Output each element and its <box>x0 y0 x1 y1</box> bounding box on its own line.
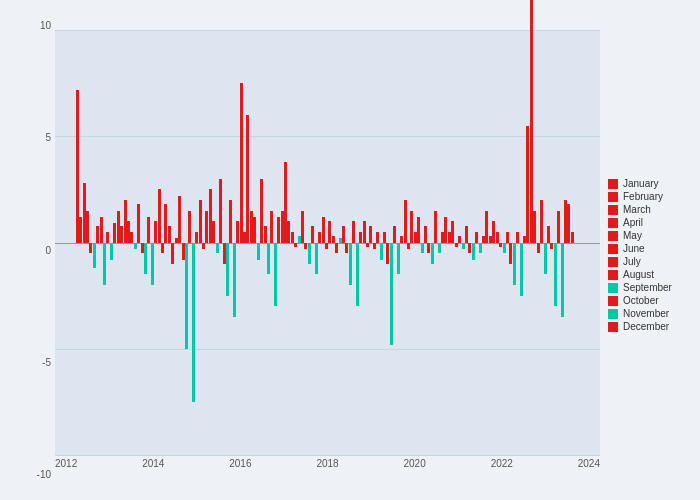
bar <box>397 243 400 275</box>
bar <box>544 243 547 275</box>
legend-color-october <box>608 296 618 306</box>
bar <box>294 243 297 247</box>
bar <box>479 243 482 254</box>
legend-item-august: August <box>608 269 690 280</box>
bar <box>462 243 465 249</box>
bar <box>158 189 161 242</box>
bar <box>390 243 393 345</box>
bar <box>161 243 164 254</box>
bar <box>516 232 519 243</box>
chart-area: 10 5 0 -5 -10 2012 2014 2016 2018 2020 2… <box>20 20 600 480</box>
legend-item-january: January <box>608 178 690 189</box>
y-axis: 10 5 0 -5 -10 <box>20 20 55 480</box>
bar <box>199 200 202 243</box>
legend-label-november: November <box>623 308 669 319</box>
bar <box>506 232 509 243</box>
bar <box>431 243 434 264</box>
bar <box>267 243 270 275</box>
bar <box>366 243 369 247</box>
x-tick-2014: 2014 <box>142 458 164 469</box>
bar <box>216 243 219 254</box>
bar <box>106 232 109 243</box>
bar <box>533 211 536 243</box>
x-tick-2020: 2020 <box>404 458 426 469</box>
gridline-10 <box>55 30 600 31</box>
bar <box>137 204 140 242</box>
legend-color-may <box>608 231 618 241</box>
bar <box>383 232 386 243</box>
bar <box>547 226 550 243</box>
legend-color-december <box>608 322 618 332</box>
bar <box>171 243 174 264</box>
bar <box>363 221 366 242</box>
gridline-5 <box>55 136 600 137</box>
bar <box>540 200 543 243</box>
x-tick-2022: 2022 <box>491 458 513 469</box>
bar <box>554 243 557 307</box>
gridline--5 <box>55 349 600 350</box>
legend-item-march: March <box>608 204 690 215</box>
legend-color-march <box>608 205 618 215</box>
legend-item-july: July <box>608 256 690 267</box>
bar <box>308 243 311 264</box>
legend-item-october: October <box>608 295 690 306</box>
bar <box>257 243 260 260</box>
plot-area <box>55 30 600 455</box>
bar <box>342 226 345 243</box>
legend-color-july <box>608 257 618 267</box>
bar <box>472 243 475 260</box>
y-tick-neg10: -10 <box>37 469 51 480</box>
legend-item-december: December <box>608 321 690 332</box>
bar <box>520 243 523 296</box>
legend-label-september: September <box>623 282 672 293</box>
bar <box>100 217 103 243</box>
bar <box>322 217 325 243</box>
bar <box>110 243 113 260</box>
bar <box>274 243 277 307</box>
legend-item-february: February <box>608 191 690 202</box>
bar <box>465 226 468 243</box>
bar <box>264 226 267 243</box>
bar <box>376 232 379 243</box>
x-tick-2012: 2012 <box>55 458 77 469</box>
bar <box>434 211 437 243</box>
x-tick-2018: 2018 <box>316 458 338 469</box>
legend-item-november: November <box>608 308 690 319</box>
bar <box>212 221 215 242</box>
bar <box>219 179 222 243</box>
x-tick-2024: 2024 <box>578 458 600 469</box>
x-tick-2016: 2016 <box>229 458 251 469</box>
bar <box>185 243 188 349</box>
bar <box>335 243 338 254</box>
bar <box>455 243 458 247</box>
bar <box>424 226 427 243</box>
bar <box>537 243 540 254</box>
legend-label-april: April <box>623 217 643 228</box>
legend-color-august <box>608 270 618 280</box>
legend-item-april: April <box>608 217 690 228</box>
legend-color-september <box>608 283 618 293</box>
legend-label-march: March <box>623 204 651 215</box>
bar <box>349 243 352 286</box>
legend-color-november <box>608 309 618 319</box>
legend: JanuaryFebruaryMarchAprilMayJuneJulyAugu… <box>600 168 690 332</box>
legend-color-april <box>608 218 618 228</box>
bar <box>393 226 396 243</box>
bar <box>451 221 454 242</box>
bar <box>270 211 273 243</box>
bar <box>192 243 195 402</box>
bar <box>407 243 410 249</box>
bar <box>438 243 441 254</box>
legend-label-january: January <box>623 178 659 189</box>
bar <box>240 83 243 242</box>
bar <box>226 243 229 296</box>
bar <box>369 226 372 243</box>
bar <box>561 243 564 317</box>
bar <box>103 243 106 286</box>
y-tick-neg5: -5 <box>42 357 51 368</box>
bar <box>151 243 154 286</box>
legend-label-december: December <box>623 321 669 332</box>
legend-color-june <box>608 244 618 254</box>
bar <box>571 232 574 243</box>
bar <box>503 243 506 254</box>
